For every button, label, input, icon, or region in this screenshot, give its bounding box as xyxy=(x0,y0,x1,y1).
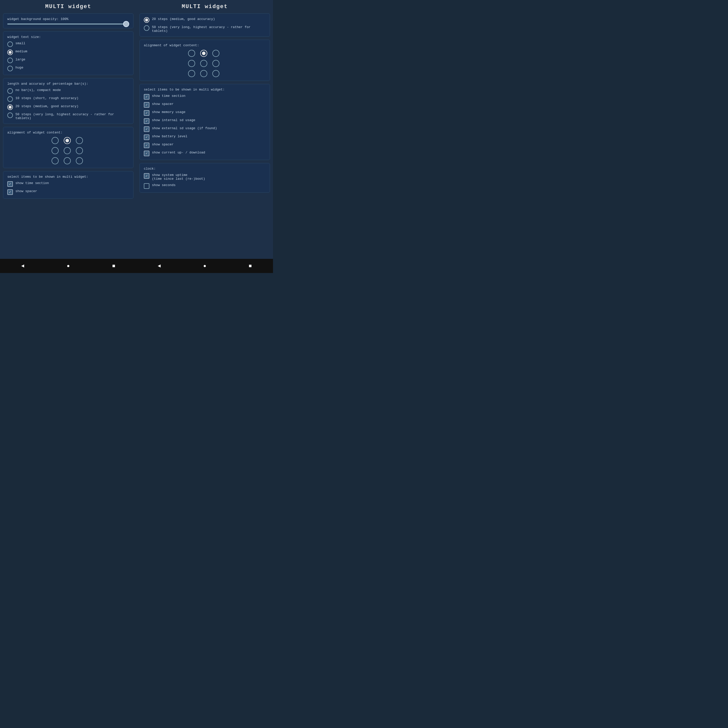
cb-label-memory-right: show memory usage xyxy=(152,110,185,114)
radio-label-large: large xyxy=(15,58,25,61)
cb-time-section-right[interactable]: show time section xyxy=(144,94,266,99)
align-bot-center[interactable] xyxy=(64,157,71,164)
opacity-label: widget background opacity: 100% xyxy=(7,17,129,21)
right-home-button[interactable]: ● xyxy=(203,263,206,269)
opacity-card: widget background opacity: 100% xyxy=(3,14,133,28)
cb-label-battery-right: show battery level xyxy=(152,135,187,138)
select-items-card-right: select items to be shown in multi widget… xyxy=(139,84,270,160)
radio-medium[interactable]: medium xyxy=(7,49,129,55)
radio-20-steps-right[interactable]: 20 steps (medium, good accuracy) xyxy=(144,17,266,23)
align-mid-left[interactable] xyxy=(52,147,59,154)
right-back-button[interactable]: ◄ xyxy=(158,263,161,269)
cb-label-download-right: show current up- / download xyxy=(152,151,205,154)
alignment-grid-right xyxy=(144,50,266,77)
opacity-slider-container[interactable] xyxy=(7,23,129,24)
cb-uptime[interactable]: show system uptime(time since last (re-)… xyxy=(144,173,266,181)
radio-label-50-steps-right: 50 steps (very long, highest accuracy - … xyxy=(152,25,266,33)
radio-10-steps[interactable]: 10 steps (short, rough accuracy) xyxy=(7,96,129,102)
align-mid-center[interactable] xyxy=(64,147,71,154)
bar-length-radio-group-right: 20 steps (medium, good accuracy) 50 step… xyxy=(144,17,266,33)
cb-spacer2-right[interactable]: show spacer xyxy=(144,142,266,148)
cb-time-section-left[interactable]: show time section xyxy=(7,181,129,187)
align-mid-right[interactable] xyxy=(76,147,83,154)
radio-label-no-bar: no bar(s), compact mode xyxy=(15,88,61,92)
align-r-bot-left[interactable] xyxy=(188,70,195,77)
align-top-right[interactable] xyxy=(76,137,83,144)
bar-length-radio-group-left: no bar(s), compact mode 10 steps (short,… xyxy=(7,88,129,120)
align-r-mid-left[interactable] xyxy=(188,60,195,67)
align-bot-left[interactable] xyxy=(52,157,59,164)
radio-50-steps-right[interactable]: 50 steps (very long, highest accuracy - … xyxy=(144,25,266,33)
align-top-center[interactable] xyxy=(64,137,71,144)
align-r-bot-right[interactable] xyxy=(213,70,219,77)
left-nav-bar: ◄ ● ■ xyxy=(0,259,136,273)
right-panel-title: MULTI widget xyxy=(139,3,270,10)
cb-battery-right[interactable]: show battery level xyxy=(144,135,266,140)
cb-label-time-section-right: show time section xyxy=(152,94,185,98)
radio-circle-small xyxy=(7,41,13,47)
radio-no-bar[interactable]: no bar(s), compact mode xyxy=(7,88,129,94)
alignment-card-left: alignment of widget content: xyxy=(3,127,133,168)
radio-circle-large xyxy=(7,58,13,63)
align-top-left[interactable] xyxy=(52,137,59,144)
cb-external-sd-right[interactable]: show external sd usage (if found) xyxy=(144,126,266,132)
checkbox-spacer2-right xyxy=(144,142,149,148)
cb-spacer-left[interactable]: show spacer xyxy=(7,189,129,195)
alignment-label-right: alignment of widget content: xyxy=(144,43,266,47)
cb-internal-sd-right[interactable]: show internal sd usage xyxy=(144,118,266,124)
text-size-label: widget text size: xyxy=(7,35,129,39)
radio-huge[interactable]: huge xyxy=(7,66,129,71)
cb-label-spacer-left: show spacer xyxy=(15,189,37,193)
slider-fill xyxy=(7,23,123,24)
cb-label-uptime: show system uptime(time since last (re-)… xyxy=(152,173,205,181)
checkbox-internal-sd-right xyxy=(144,118,149,124)
align-r-top-center[interactable] xyxy=(200,50,207,57)
select-items-label-right: select items to be shown in multi widget… xyxy=(144,88,266,92)
left-recent-button[interactable]: ■ xyxy=(112,263,115,269)
slider-thumb[interactable] xyxy=(123,21,129,27)
checkbox-time-section-right xyxy=(144,94,149,99)
radio-large[interactable]: large xyxy=(7,58,129,63)
cb-label-spacer1-right: show spacer xyxy=(152,102,174,106)
checkbox-group-left: show time section show spacer xyxy=(7,181,129,195)
clock-label-right: clock: xyxy=(144,167,266,171)
cb-download-right[interactable]: show current up- / download xyxy=(144,151,266,156)
align-r-mid-center[interactable] xyxy=(200,60,207,67)
align-bot-right[interactable] xyxy=(76,157,83,164)
radio-circle-medium xyxy=(7,49,13,55)
right-recent-button[interactable]: ■ xyxy=(249,263,252,269)
radio-label-50-steps-left: 50 steps (very long, highest accuracy - … xyxy=(15,113,129,120)
cb-memory-right[interactable]: show memory usage xyxy=(144,110,266,116)
checkbox-download-right xyxy=(144,151,149,156)
cb-spacer1-right[interactable]: show spacer xyxy=(144,102,266,108)
radio-50-steps-left[interactable]: 50 steps (very long, highest accuracy - … xyxy=(7,113,129,120)
slider-track xyxy=(7,23,129,24)
left-home-button[interactable]: ● xyxy=(67,263,70,269)
align-r-top-right[interactable] xyxy=(213,50,219,57)
select-items-card-left: select items to be shown in multi widget… xyxy=(3,171,133,199)
radio-circle-no-bar xyxy=(7,88,13,94)
radio-circle-huge xyxy=(7,66,13,71)
left-panel-title: MULTI widget xyxy=(3,3,133,10)
checkbox-uptime xyxy=(144,173,149,179)
radio-label-small: small xyxy=(15,41,25,45)
checkbox-memory-right xyxy=(144,110,149,116)
checkbox-spacer-left xyxy=(7,189,13,195)
radio-label-huge: huge xyxy=(15,66,23,69)
checkbox-seconds xyxy=(144,183,149,189)
radio-circle-50-steps-left xyxy=(7,113,13,118)
cb-label-spacer2-right: show spacer xyxy=(152,142,174,146)
radio-small[interactable]: small xyxy=(7,41,129,47)
clock-card-right: clock: show system uptime(time since las… xyxy=(139,163,270,193)
align-r-top-left[interactable] xyxy=(188,50,195,57)
checkbox-external-sd-right xyxy=(144,126,149,132)
left-back-button[interactable]: ◄ xyxy=(21,263,24,269)
align-r-bot-center[interactable] xyxy=(200,70,207,77)
align-r-mid-right[interactable] xyxy=(213,60,219,67)
cb-seconds[interactable]: show seconds xyxy=(144,183,266,189)
cb-label-time-section-left: show time section xyxy=(15,181,49,185)
radio-circle-20-steps-left xyxy=(7,104,13,110)
radio-label-20-steps-left: 20 steps (medium, good accuracy) xyxy=(15,104,79,108)
right-nav-bar: ◄ ● ■ xyxy=(136,259,273,273)
radio-20-steps-left[interactable]: 20 steps (medium, good accuracy) xyxy=(7,104,129,110)
